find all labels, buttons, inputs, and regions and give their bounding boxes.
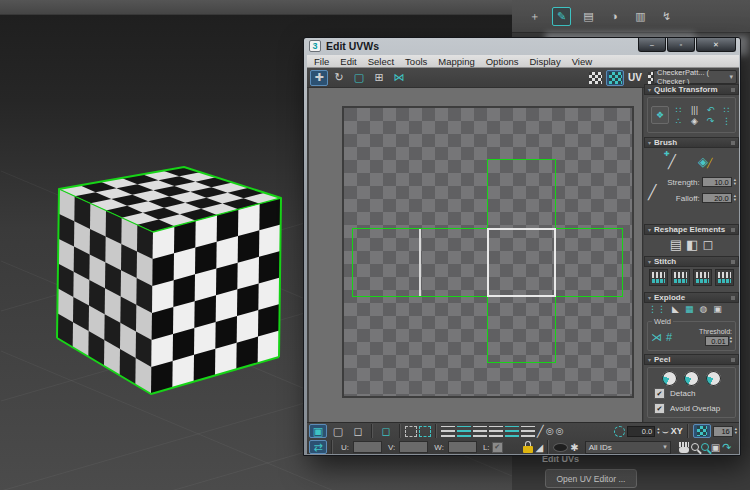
stitch-header[interactable]: ▾ Stitch [644, 256, 739, 267]
close-button[interactable]: ✕ [696, 38, 736, 52]
threshold-spinner[interactable]: ▴▾ [730, 336, 732, 346]
align-vertical-icon[interactable]: ∴ [673, 116, 684, 126]
explode-smoothing-icon[interactable]: ◍ [699, 304, 707, 314]
soft-selection-icon[interactable]: ◎ [546, 426, 554, 436]
scene-tools-icon[interactable]: ▤ [580, 8, 597, 25]
minimize-button[interactable]: – [638, 38, 666, 52]
lock-aspect-checkbox[interactable]: ✔ [492, 442, 503, 453]
u-coordinate-field[interactable] [353, 441, 382, 453]
select-row-plus-icon[interactable] [457, 426, 471, 437]
menu-view[interactable]: View [572, 56, 592, 67]
align-row-icon[interactable]: ∷ [721, 105, 732, 115]
reshape-cube2-icon[interactable]: ◻ [702, 237, 713, 252]
menu-file[interactable]: File [314, 56, 329, 67]
grid-snap-button[interactable] [693, 424, 711, 438]
angle-spinner[interactable]: ▴▾ [657, 427, 659, 435]
arc-mode-icon[interactable]: ⌣ [661, 425, 668, 438]
stitch-custom-icon[interactable] [649, 269, 668, 286]
align-horizontal-icon[interactable]: ∷ [673, 105, 684, 115]
reshape-header[interactable]: ▾ Reshape Elements [644, 224, 739, 235]
scale-tool-button[interactable]: ▢ [350, 70, 368, 86]
pan-zoom-mode-icon[interactable]: ↷ [722, 441, 731, 454]
uv-selected-edge[interactable] [419, 229, 421, 296]
lock-selection-icon[interactable] [523, 441, 534, 453]
checker-tiling-icon[interactable] [606, 70, 624, 86]
stitch-to-average-icon[interactable] [715, 269, 734, 286]
quick-peel-icon[interactable] [662, 371, 677, 386]
show-map-icon[interactable] [586, 70, 604, 86]
menu-display[interactable]: Display [529, 56, 560, 67]
grid-size-spinner[interactable]: ▴▾ [735, 427, 737, 435]
material-id-dropdown[interactable]: All IDs ▾ [585, 441, 671, 454]
select-loop-plus-icon[interactable] [505, 426, 519, 437]
mirror-tool-button[interactable]: ⋈ [390, 70, 408, 86]
display-icon[interactable]: ▥ [632, 8, 649, 25]
space-vertical-icon[interactable]: ||| [689, 105, 700, 115]
menu-mapping[interactable]: Mapping [438, 56, 474, 67]
open-uv-editor-button[interactable]: Open UV Editor ... [545, 469, 637, 488]
texture-map-dropdown[interactable]: CheckerPatt... ( Checker ) ▾ [653, 70, 737, 84]
titlebar[interactable]: 3 Edit UVWs – ▫ ✕ [304, 38, 740, 55]
peel-mode-icon[interactable] [684, 371, 699, 386]
select-row-icon[interactable] [441, 426, 455, 437]
face-mode-button[interactable]: ◻ [349, 424, 367, 438]
element-mode-button[interactable]: ◻ [377, 424, 395, 438]
peel-header[interactable]: ▾ Peel [644, 354, 739, 365]
strength-value-field[interactable]: 10.0 [702, 177, 732, 187]
grow-selection-icon[interactable] [405, 426, 417, 437]
zoom-icon[interactable] [691, 443, 699, 451]
avoid-overlap-checkbox[interactable]: ✔ [654, 403, 665, 414]
explode-verts-icon[interactable]: ⋮⋮ [648, 304, 666, 314]
paint-select-icon[interactable]: ╱ [537, 425, 544, 438]
uv-edit-canvas[interactable] [309, 88, 643, 422]
shrink-selection-icon[interactable] [419, 426, 431, 437]
align-pivot-button[interactable]: ❖ [651, 106, 669, 124]
menu-tools[interactable]: Tools [405, 56, 427, 67]
grid-size-field[interactable]: 16 [713, 426, 733, 437]
rotate-cw-icon[interactable]: ↷ [705, 116, 716, 126]
v-coordinate-field[interactable] [399, 441, 428, 453]
hide-selected-icon[interactable] [553, 443, 568, 452]
edit-poly-icon[interactable]: ✎ [552, 7, 571, 26]
pan-hand-icon[interactable] [679, 442, 689, 453]
w-coordinate-field[interactable] [448, 441, 477, 453]
maximize-button[interactable]: ▫ [667, 38, 695, 52]
zoom-extents-icon[interactable]: ▣ [711, 442, 720, 453]
quick-transform-header[interactable]: ▾ Quick Transform [644, 84, 739, 95]
move-tool-button[interactable]: ✚ [310, 70, 328, 86]
explode-faces-icon[interactable]: ▦ [685, 304, 694, 314]
filter-selected-faces-icon[interactable]: ◢ [536, 442, 544, 453]
weld-all-icon[interactable]: # [666, 331, 672, 343]
freeze-selected-icon[interactable]: ✱ [570, 442, 578, 453]
align-column-icon[interactable]: ⋮ [721, 116, 732, 126]
edge-mode-button[interactable]: ▢ [329, 424, 347, 438]
weld-selected-icon[interactable]: ⋊ [651, 331, 662, 344]
reshape-cube-icon[interactable]: ◧ [686, 237, 698, 252]
select-column-icon[interactable] [473, 426, 487, 437]
rotate-ccw-icon[interactable]: ↶ [705, 105, 716, 115]
explode-header[interactable]: ▾ Explode [644, 292, 739, 303]
absolute-typein-button[interactable]: ⇄ [309, 440, 327, 454]
explode-edges-icon[interactable]: ◣ [672, 304, 679, 314]
reshape-grid-icon[interactable]: ▤ [670, 237, 682, 252]
detach-checkbox[interactable]: ✔ [654, 388, 665, 399]
xy-axis-label[interactable]: XY [671, 426, 683, 436]
rotate-tool-button[interactable]: ↻ [330, 70, 348, 86]
menu-edit[interactable]: Edit [340, 56, 356, 67]
stitch-to-target-icon[interactable] [671, 269, 690, 286]
uv-selected-face[interactable] [487, 228, 556, 297]
zoom-region-icon[interactable] [701, 443, 709, 451]
material-icon[interactable]: ◑ [606, 8, 623, 25]
menu-select[interactable]: Select [368, 56, 394, 67]
angle-value-field[interactable]: 0.0 [627, 426, 655, 437]
utilities-icon[interactable]: ↯ [658, 8, 675, 25]
select-ring-icon[interactable] [521, 426, 535, 437]
select-loop-icon[interactable] [489, 426, 503, 437]
angle-snap-icon[interactable] [614, 426, 625, 437]
freeform-tool-button[interactable]: ⊞ [370, 70, 388, 86]
add-icon[interactable]: ＋ [526, 8, 543, 25]
falloff-value-field[interactable]: 20.0 [702, 193, 732, 203]
stitch-to-source-icon[interactable] [693, 269, 712, 286]
align-center-icon[interactable]: ◈ [689, 116, 700, 126]
soft-falloff-icon[interactable]: ◎ [555, 426, 563, 436]
